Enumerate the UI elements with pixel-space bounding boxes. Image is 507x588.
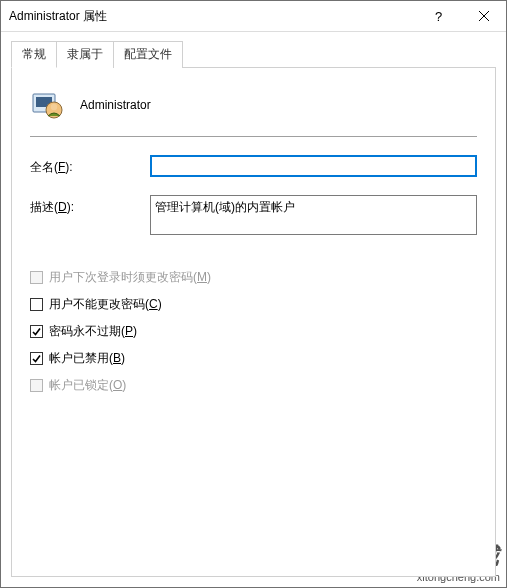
account-header: Administrator bbox=[30, 88, 477, 122]
check-account-locked: 帐户已锁定(O) bbox=[30, 377, 477, 394]
dialog-window: Administrator 属性 ? 常规 隶属于 配置文件 bbox=[0, 0, 507, 588]
check-label: 帐户已锁定(O) bbox=[49, 377, 126, 394]
account-name: Administrator bbox=[80, 98, 151, 112]
close-icon bbox=[479, 9, 489, 24]
check-never-expire[interactable]: 密码永不过期(P) bbox=[30, 323, 477, 340]
separator bbox=[30, 136, 477, 137]
check-label: 帐户已禁用(B) bbox=[49, 350, 125, 367]
checkbox-icon bbox=[30, 325, 43, 338]
client-area: 常规 隶属于 配置文件 Administrator bbox=[1, 32, 506, 587]
check-label: 用户下次登录时须更改密码(M) bbox=[49, 269, 211, 286]
help-button[interactable]: ? bbox=[416, 2, 461, 31]
checkbox-icon bbox=[30, 352, 43, 365]
tab-memberof[interactable]: 隶属于 bbox=[56, 41, 114, 68]
checkbox-icon bbox=[30, 379, 43, 392]
titlebar[interactable]: Administrator 属性 ? bbox=[1, 1, 506, 32]
window-title: Administrator 属性 bbox=[1, 8, 416, 25]
check-account-disabled[interactable]: 帐户已禁用(B) bbox=[30, 350, 477, 367]
tab-panel-general: Administrator 全名(F): 描述(D): 管理计算机(域)的内置帐… bbox=[11, 67, 496, 577]
description-input[interactable]: 管理计算机(域)的内置帐户 bbox=[150, 195, 477, 235]
checkbox-icon bbox=[30, 298, 43, 311]
checkbox-icon bbox=[30, 271, 43, 284]
check-label: 用户不能更改密码(C) bbox=[49, 296, 162, 313]
user-icon bbox=[30, 88, 64, 122]
close-button[interactable] bbox=[461, 2, 506, 31]
tab-profile[interactable]: 配置文件 bbox=[113, 41, 183, 68]
tab-general[interactable]: 常规 bbox=[11, 41, 57, 68]
check-label: 密码永不过期(P) bbox=[49, 323, 137, 340]
tab-strip: 常规 隶属于 配置文件 bbox=[11, 40, 496, 67]
fullname-label: 全名(F): bbox=[30, 155, 150, 176]
check-cannot-change[interactable]: 用户不能更改密码(C) bbox=[30, 296, 477, 313]
check-must-change: 用户下次登录时须更改密码(M) bbox=[30, 269, 477, 286]
row-fullname: 全名(F): bbox=[30, 155, 477, 177]
fullname-input[interactable] bbox=[150, 155, 477, 177]
description-label: 描述(D): bbox=[30, 195, 150, 216]
svg-point-5 bbox=[51, 104, 57, 110]
row-description: 描述(D): 管理计算机(域)的内置帐户 bbox=[30, 195, 477, 235]
